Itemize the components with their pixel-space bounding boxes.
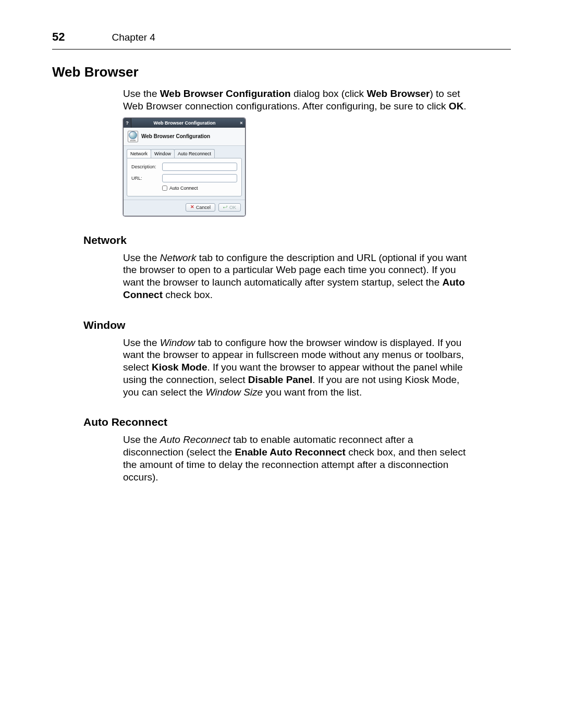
text-run: Use the [123,88,160,99]
text-run: dialog box (click [291,88,367,99]
web-browser-config-dialog: ? Web Browser Configuration × www Web Br… [123,118,246,216]
description-input[interactable] [162,163,237,171]
bold-run: Web Browser [366,88,430,99]
row-auto-connect: Auto Connect [162,186,237,191]
italic-run: Window Size [205,387,263,398]
bold-run: Kiosk Mode [152,362,207,373]
text-run: Use the [123,434,160,445]
window-text: Use the Window tab to configure how the … [123,337,467,399]
bold-run: Web Browser Configuration [160,88,291,99]
header-rule [52,49,511,50]
text-run: Use the [123,337,160,348]
close-icon[interactable]: × [238,118,245,128]
row-url: URL: [131,174,237,182]
description-label: Description: [131,164,160,169]
auto-reconnect-text: Use the Auto Reconnect tab to enable aut… [123,434,467,483]
window-paragraph: Use the Window tab to configure how the … [123,337,467,399]
cancel-label: Cancel [196,205,211,210]
ok-button[interactable]: ⮐ OK [218,203,241,212]
auto-reconnect-paragraph: Use the Auto Reconnect tab to enable aut… [123,434,467,483]
globe-graphic [129,131,137,139]
help-icon[interactable]: ? [124,118,131,128]
bold-run: Disable Panel [248,374,313,385]
page-number: 52 [52,30,65,44]
text-run: . [463,101,466,112]
cancel-button[interactable]: ✕ Cancel [186,203,215,212]
x-icon: ✕ [190,205,194,209]
dialog-figure: ? Web Browser Configuration × www Web Br… [123,118,511,216]
heading-window: Window [83,319,511,331]
heading-auto-reconnect: Auto Reconnect [83,416,511,428]
dialog-button-row: ✕ Cancel ⮐ OK [124,200,245,216]
url-label: URL: [131,176,160,181]
tab-panel-network: Description: URL: Auto Connect [127,158,242,196]
network-text: Use the Network tab to configure the des… [123,252,467,301]
italic-run: Network [160,252,197,263]
dialog-header-text: Web Browser Configuration [141,133,210,139]
section-title: Web Browser [52,64,511,80]
globe-caption: www [130,139,136,142]
dialog-titlebar: ? Web Browser Configuration × [124,118,245,128]
italic-run: Window [160,337,195,348]
chapter-label: Chapter 4 [112,32,155,43]
dialog-tabs: Network Window Auto Reconnect [124,146,245,158]
network-paragraph: Use the Network tab to configure the des… [123,252,467,301]
text-run: you want from the list. [263,387,362,398]
page: 52 Chapter 4 Web Browser Use the Web Bro… [0,0,563,728]
tab-network[interactable]: Network [127,149,151,158]
tab-auto-reconnect[interactable]: Auto Reconnect [174,149,215,158]
auto-connect-checkbox[interactable] [162,186,167,191]
text-run: check box. [163,289,213,300]
bold-run: OK [449,101,464,112]
bold-run: Enable Auto Reconnect [235,447,346,458]
auto-connect-label: Auto Connect [169,186,198,191]
globe-icon: www [128,131,138,142]
ok-icon: ⮐ [223,205,228,209]
url-input[interactable] [162,174,237,182]
heading-network: Network [83,234,511,246]
tab-window[interactable]: Window [151,149,175,158]
intro-paragraph: Use the Web Browser Configuration dialog… [123,88,467,113]
text-run: Use the [123,252,160,263]
dialog-header: www Web Browser Configuration [124,128,245,146]
ok-label: OK [229,205,236,210]
page-header: 52 Chapter 4 [52,30,511,44]
italic-run: Auto Reconnect [160,434,230,445]
row-description: Description: [131,163,237,171]
intro-text: Use the Web Browser Configuration dialog… [123,88,467,113]
dialog-title: Web Browser Configuration [131,120,238,126]
